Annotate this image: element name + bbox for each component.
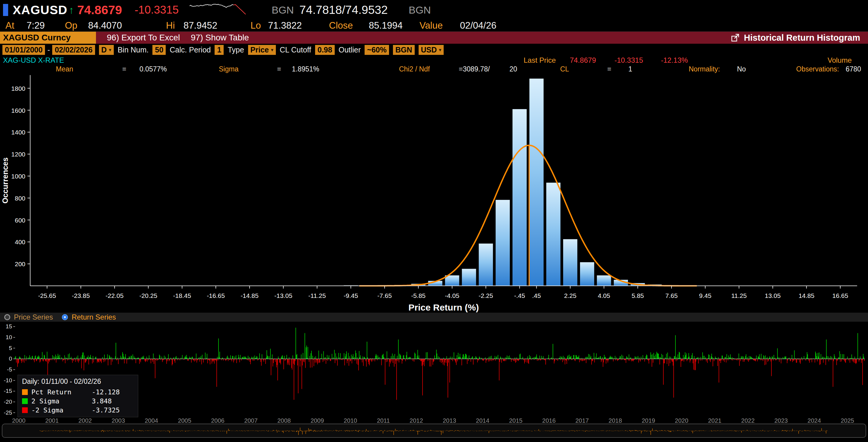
bin-num-input[interactable]: 50 xyxy=(152,45,166,55)
legend-item-2sigma: 2 Sigma 3.848 xyxy=(22,397,134,406)
high-value: 87.9452 xyxy=(184,20,217,31)
screen-title: Historical Return Histogram xyxy=(744,33,860,43)
timeline-year: 2001 xyxy=(45,417,59,423)
value-date: 02/04/26 xyxy=(460,20,496,31)
svg-text:1800: 1800 xyxy=(11,85,25,92)
show-table-button[interactable]: 97) Show Table xyxy=(191,33,249,42)
timeline-year: 2022 xyxy=(741,417,755,423)
cl-value: 1 xyxy=(628,65,632,73)
distribution-stats-row: Mean = 0.0577% Sigma = 1.8951% Chi2 / Nd… xyxy=(0,65,868,73)
timeline-year: 2005 xyxy=(178,417,191,423)
svg-text:200: 200 xyxy=(15,261,25,267)
price-change: -10.3315 xyxy=(134,0,179,20)
cl-cutoff-label: CL Cutoff xyxy=(280,45,311,54)
popout-icon[interactable] xyxy=(731,33,740,42)
svg-text:1200: 1200 xyxy=(11,151,25,158)
svg-text:-13.05: -13.05 xyxy=(274,292,292,299)
last-change-value: -10.3315 xyxy=(615,56,643,65)
cl-cutoff-input[interactable]: 0.98 xyxy=(315,45,335,55)
timeline-year: 2023 xyxy=(774,417,788,423)
observations-value: 6780 xyxy=(846,65,861,73)
timeline-year: 2025 xyxy=(840,417,854,423)
chi2-label: Chi2 / Ndf xyxy=(399,65,430,73)
svg-text:-9.45: -9.45 xyxy=(343,292,358,299)
svg-text:4.05: 4.05 xyxy=(598,292,610,299)
legend-date-range: Daily: 01/11/00 - 02/02/26 xyxy=(22,377,134,386)
svg-text:14.85: 14.85 xyxy=(799,292,814,299)
svg-text:10: 10 xyxy=(6,334,12,340)
svg-text:-22.05: -22.05 xyxy=(105,292,124,299)
open-value: 84.4070 xyxy=(88,20,122,31)
outlier-input[interactable]: ~60% xyxy=(365,45,389,55)
currency-dropdown[interactable]: USD▾ xyxy=(418,45,444,55)
svg-text:600: 600 xyxy=(15,217,25,224)
timeline-year: 2004 xyxy=(145,417,158,423)
timeline-year: 2012 xyxy=(409,417,423,423)
svg-text:-2.25: -2.25 xyxy=(479,292,493,299)
svg-text:0: 0 xyxy=(9,355,12,362)
low-label: Lo xyxy=(250,20,261,31)
timeline-year: 2016 xyxy=(542,417,556,423)
ndf-value: 20 xyxy=(509,65,517,73)
close-label: Close xyxy=(329,20,353,31)
pricing-source-button[interactable]: BGN xyxy=(393,45,415,55)
timeline-year: 2020 xyxy=(675,417,688,423)
svg-text:-14.85: -14.85 xyxy=(241,292,259,299)
security-field[interactable]: XAGUSD Curncy xyxy=(0,32,96,44)
timeline-navigator[interactable] xyxy=(2,423,866,438)
chevron-down-icon: ▾ xyxy=(271,47,273,53)
mean-value: 0.0577% xyxy=(140,65,167,73)
timeline-year: 2002 xyxy=(79,417,92,423)
security-color-tag xyxy=(3,4,8,16)
timeline-axis: 2000200120022003200420052006200720082009… xyxy=(0,417,868,423)
timeline-year: 2018 xyxy=(609,417,622,423)
timeline-year: 2015 xyxy=(509,417,523,423)
svg-text:11.25: 11.25 xyxy=(731,292,747,299)
periodicity-dropdown[interactable]: D▾ xyxy=(99,45,114,55)
timeline-year: 2009 xyxy=(311,417,324,423)
mean-eq: = xyxy=(122,65,126,73)
close-value: 85.1994 xyxy=(369,20,403,31)
histogram-chart: 20040060080010001200140016001800-25.65-2… xyxy=(0,73,868,313)
volume-label: Volume xyxy=(828,56,852,65)
svg-text:-15: -15 xyxy=(4,388,12,394)
normality-label: Normality: xyxy=(689,65,720,73)
open-label: Op xyxy=(65,20,77,31)
chart-legend: Daily: 01/11/00 - 02/02/26 Pct Return -1… xyxy=(18,375,138,417)
svg-text:400: 400 xyxy=(15,238,25,245)
svg-text:9.45: 9.45 xyxy=(699,292,711,299)
date-from-input[interactable]: 01/01/2000 xyxy=(2,45,45,55)
svg-text:-11.25: -11.25 xyxy=(308,292,326,299)
return-series-chart-area: 151050-5-10-15-20-25 Daily: 01/11/00 - 0… xyxy=(0,322,868,417)
timeline-year: 2003 xyxy=(112,417,125,423)
sigma-label: Sigma xyxy=(219,65,239,73)
navigator-chart[interactable] xyxy=(2,424,866,437)
svg-text:5.85: 5.85 xyxy=(632,292,644,299)
last-change-pct: -12.13% xyxy=(661,56,688,65)
timeline-year: 2013 xyxy=(443,417,456,423)
last-price: 74.8679 xyxy=(77,0,122,20)
at-label: At xyxy=(5,20,14,31)
chi2-value: =3089.78/ xyxy=(459,65,490,73)
sigma-eq: = xyxy=(277,65,281,73)
svg-text:1600: 1600 xyxy=(11,107,25,114)
price-series-label[interactable]: Price Series xyxy=(14,313,53,321)
price-series-radio[interactable] xyxy=(4,314,10,320)
timeline-year: 2011 xyxy=(377,417,390,423)
timeline-year: 2006 xyxy=(211,417,224,423)
return-series-label[interactable]: Return Series xyxy=(71,313,116,321)
svg-text:-20: -20 xyxy=(4,399,12,405)
calc-period-input[interactable]: 1 xyxy=(215,45,224,55)
low-value: 71.3822 xyxy=(268,20,302,31)
cl-label: CL xyxy=(560,65,569,73)
date-to-input[interactable]: 02/02/2026 xyxy=(52,45,95,55)
return-series-radio[interactable] xyxy=(62,314,68,320)
export-to-excel-button[interactable]: 96) Export To Excel xyxy=(107,33,180,42)
svg-text:-18.45: -18.45 xyxy=(173,292,191,299)
timeline-year: 2010 xyxy=(344,417,357,423)
type-dropdown[interactable]: Price▾ xyxy=(248,45,276,55)
outlier-label: Outlier xyxy=(339,45,361,54)
svg-text:-25: -25 xyxy=(4,409,12,416)
function-menu-bar: XAGUSD Curncy 96) Export To Excel 97) Sh… xyxy=(0,32,868,44)
svg-text:15: 15 xyxy=(6,323,12,330)
